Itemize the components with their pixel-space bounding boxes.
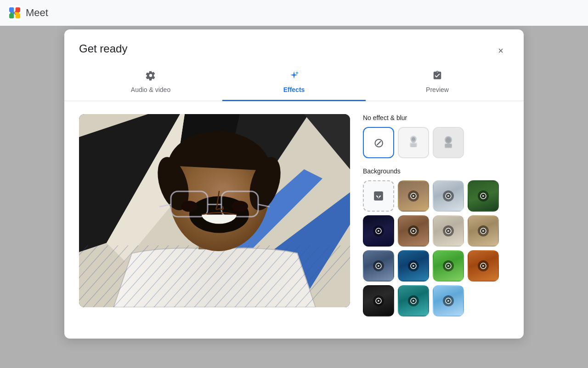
get-ready-modal: Get ready × Audio & video [64,29,524,339]
modal-overlay: Get ready × Audio & video [0,0,588,368]
bg-tile-library[interactable] [468,215,499,247]
bg-tile-outdoor[interactable] [398,180,429,212]
bg-tile-space[interactable] [363,215,394,247]
tab-preview-label: Preview [426,86,449,93]
svg-rect-5 [16,14,20,18]
svg-rect-4 [9,14,14,18]
bg-tile-play-icon-10 [443,260,454,271]
bg-tile-play-icon-6 [443,225,454,236]
modal-title: Get ready [79,42,127,55]
no-effect-tile[interactable]: ⊘ [363,127,394,158]
bg-tile-play-icon-12 [373,295,384,306]
blur-light-icon [399,128,428,157]
effects-panel: No effect & blur ⊘ [363,114,509,326]
blur-light-tile[interactable] [398,127,429,158]
bg-tile-play-icon-13 [408,295,419,306]
backgrounds-section: Backgrounds [363,167,509,316]
tab-effects[interactable]: Effects [222,70,366,101]
bg-tile-play-icon-14 [443,295,454,306]
tabs-container: Audio & video Effects [64,63,524,101]
no-effect-section: No effect & blur ⊘ [363,114,509,158]
svg-rect-2 [9,7,14,12]
bg-tile-sky[interactable] [433,285,464,316]
svg-rect-15 [445,144,452,147]
bg-tile-play-icon-8 [373,260,384,271]
modal-header: Get ready × [64,29,524,59]
no-effect-icon: ⊘ [373,135,384,150]
selfie-canvas [79,114,350,307]
bg-tile-play-icon-9 [408,260,419,271]
bg-tile-play-icon-3 [478,190,489,201]
blur-grid: ⊘ [363,127,509,158]
backgrounds-grid [363,180,509,316]
blur-heavy-icon [434,128,463,157]
bg-tile-room[interactable] [433,180,464,212]
audio-video-icon [146,70,156,83]
svg-rect-3 [16,7,20,12]
tab-effects-label: Effects [283,86,305,93]
app-title: Meet [26,7,48,19]
preview-icon [432,70,442,83]
app-bar: Meet [0,0,588,26]
bg-tile-play-icon-11 [478,260,489,271]
bg-tile-island[interactable] [433,250,464,282]
no-effect-title: No effect & blur [363,114,509,121]
upload-icon [373,190,384,202]
effects-icon [289,70,299,83]
tab-preview[interactable]: Preview [366,70,509,101]
svg-rect-10 [411,144,416,147]
meet-logo-icon [7,6,22,20]
svg-point-9 [411,138,416,143]
bg-tile-dark[interactable] [363,285,394,316]
video-preview [79,114,350,307]
backgrounds-title: Backgrounds [363,167,509,175]
blur-heavy-tile[interactable] [433,127,464,158]
bg-tile-teal[interactable] [398,285,429,316]
tab-audio-video[interactable]: Audio & video [79,70,222,101]
bg-tile-play-icon-7 [478,225,489,236]
bg-tile-ocean[interactable] [398,250,429,282]
bg-tile-play-icon [408,190,419,201]
modal-body: No effect & blur ⊘ [64,101,524,339]
bg-tile-coffee[interactable] [398,215,429,247]
bg-tile-sofa[interactable] [363,250,394,282]
svg-point-14 [446,137,451,144]
bg-tile-play-icon-4 [373,225,384,236]
tab-audio-video-label: Audio & video [131,86,170,93]
bg-tile-interior[interactable] [433,215,464,247]
bg-tile-tropical[interactable] [468,180,499,212]
close-button[interactable]: × [492,42,509,59]
upload-background-tile[interactable] [363,180,394,212]
bg-tile-play-icon-5 [408,225,419,236]
bg-tile-play-icon-2 [443,190,454,201]
bg-tile-coral[interactable] [468,250,499,282]
